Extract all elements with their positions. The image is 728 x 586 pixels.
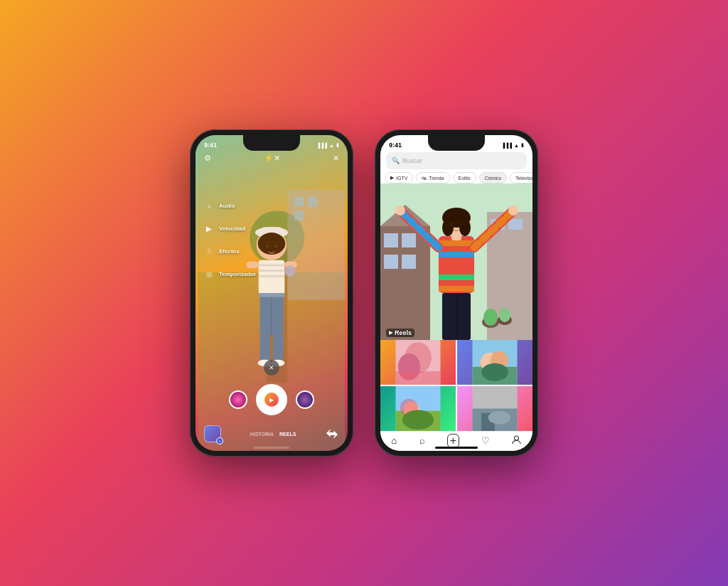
comics-tab[interactable]: Cómics [479,172,507,183]
wifi-icon: ▲ [329,143,334,148]
camera-controls: ✕ ▶ [196,360,348,415]
add-nav-icon[interactable]: + [447,434,459,448]
status-icons-right: ▐▐▐ ▲ ▮ [501,142,524,148]
profile-nav-icon[interactable] [512,435,521,447]
flip-camera-icon[interactable] [325,427,339,441]
igtv-tab[interactable]: ▶ IGTV [385,172,413,183]
phones-container: 9:41 ▐▐▐ ▲ ▮ ⚙ ⚡✕ ✕ [190,129,538,457]
mode-tabs: HISTORIA REELS [250,432,296,437]
tienda-tab[interactable]: 🛍 Tienda [416,172,449,183]
svg-rect-51 [439,263,474,269]
svg-rect-31 [402,233,416,247]
svg-rect-37 [508,219,523,230]
filter-pink-button[interactable] [229,390,247,409]
grid-thumb-1[interactable] [380,340,456,385]
home-nav-icon[interactable]: ⌂ [392,435,397,446]
svg-point-44 [442,219,454,236]
svg-rect-33 [402,255,416,269]
svg-point-39 [483,309,498,326]
search-nav-icon[interactable]: ⌕ [419,435,425,446]
right-phone: 9:41 ▐▐▐ ▲ ▮ 🔍 Buscar ▶ IGTV [375,129,538,457]
historia-tab[interactable]: HISTORIA [250,432,274,437]
camera-bottom-bar: + HISTORIA REELS [196,425,348,442]
close-camera-icon[interactable]: ✕ [333,154,339,163]
grid-thumb-2[interactable] [457,340,532,385]
reels-record-icon: ▶ [269,397,274,403]
status-bar-right: 9:41 ▐▐▐ ▲ ▮ [380,135,532,152]
grid-thumb-4[interactable] [457,386,532,431]
search-bar[interactable]: 🔍 Buscar [386,152,527,169]
svg-point-47 [459,223,463,226]
reels-play-icon: ▶ [389,330,392,336]
estilo-tab[interactable]: Estilo [453,172,476,183]
signal-icon-right: ▐▐▐ [501,143,512,148]
igtv-label: IGTV [396,176,407,181]
grid-thumb-3[interactable] [380,386,456,431]
category-tabs: ▶ IGTV 🛍 Tienda Estilo Cómics Televisió [380,172,532,183]
reels-tab[interactable]: REELS [279,432,296,437]
gallery-badge: + [216,437,223,444]
discard-button[interactable]: ✕ [264,360,279,375]
timer-label: Temporizador [219,271,256,277]
likes-nav-icon[interactable]: ♡ [481,435,490,446]
audio-menu-item[interactable]: ♪ Audio [203,199,256,212]
svg-point-73 [402,410,434,430]
svg-rect-49 [439,240,474,246]
svg-point-56 [508,206,518,215]
left-phone: 9:41 ▐▐▐ ▲ ▮ ⚙ ⚡✕ ✕ [190,129,353,457]
speed-icon: ▶ [203,222,215,235]
svg-rect-32 [384,255,398,269]
svg-point-78 [515,436,519,440]
gallery-thumbnail[interactable]: + [204,425,221,442]
svg-point-41 [499,308,510,322]
x-icon: ✕ [269,364,274,371]
shutter-inner: ▶ [264,393,279,407]
status-time-right: 9:41 [389,142,402,149]
svg-rect-54 [451,233,461,240]
search-placeholder-text: Buscar [402,157,422,164]
svg-point-77 [488,411,511,425]
timer-menu-item[interactable]: ◎ Temporizador [203,267,256,280]
tienda-icon: 🛍 [422,176,427,181]
battery-icon: ▮ [336,142,339,148]
battery-icon-right: ▮ [521,142,524,148]
svg-rect-30 [384,233,398,247]
home-indicator-right [435,447,478,449]
explore-grid [380,340,532,431]
shutter-button[interactable]: ▶ [256,384,287,415]
svg-rect-52 [439,275,474,280]
main-video-area: ▶ Reels [380,183,532,340]
status-icons-left: ▐▐▐ ▲ ▮ [316,142,339,148]
signal-icon: ▐▐▐ [316,143,327,148]
svg-point-68 [481,363,508,381]
effects-icon: ☃ [203,245,215,257]
timer-icon: ◎ [203,267,215,280]
reels-badge: ▶ Reels [386,329,414,337]
estilo-label: Estilo [459,176,471,181]
left-phone-screen: 9:41 ▐▐▐ ▲ ▮ ⚙ ⚡✕ ✕ [196,135,348,451]
svg-rect-63 [396,371,441,385]
reels-text: Reels [395,329,412,336]
svg-rect-50 [439,252,474,257]
tv-tab[interactable]: Televisión y cine [510,172,532,183]
comics-label: Cómics [485,176,501,181]
reels-label: ▶ Reels [386,329,414,337]
search-icon: 🔍 [392,157,400,164]
flash-icon[interactable]: ⚡✕ [264,154,280,163]
settings-icon[interactable]: ⚙ [204,154,211,163]
shutter-row: ▶ [229,384,314,415]
svg-point-46 [451,223,454,226]
wifi-icon-right: ▲ [514,143,519,148]
speed-menu-item[interactable]: ▶ Velocidad [203,222,256,235]
right-phone-screen: 9:41 ▐▐▐ ▲ ▮ 🔍 Buscar ▶ IGTV [380,135,532,451]
igtv-icon: ▶ [390,175,394,181]
filter-purple-button[interactable] [296,390,314,409]
effects-label: Efectos [219,248,240,255]
camera-side-menu: ♪ Audio ▶ Velocidad ☃ Efectos ◎ Temporiz… [203,199,256,280]
svg-rect-53 [439,286,474,292]
speed-label: Velocidad [219,225,245,232]
effects-menu-item[interactable]: ☃ Efectos [203,245,256,257]
camera-top-controls: ⚙ ⚡✕ ✕ [196,154,348,163]
explore-screen: 9:41 ▐▐▐ ▲ ▮ 🔍 Buscar ▶ IGTV [380,135,532,451]
notch-left [243,135,300,151]
